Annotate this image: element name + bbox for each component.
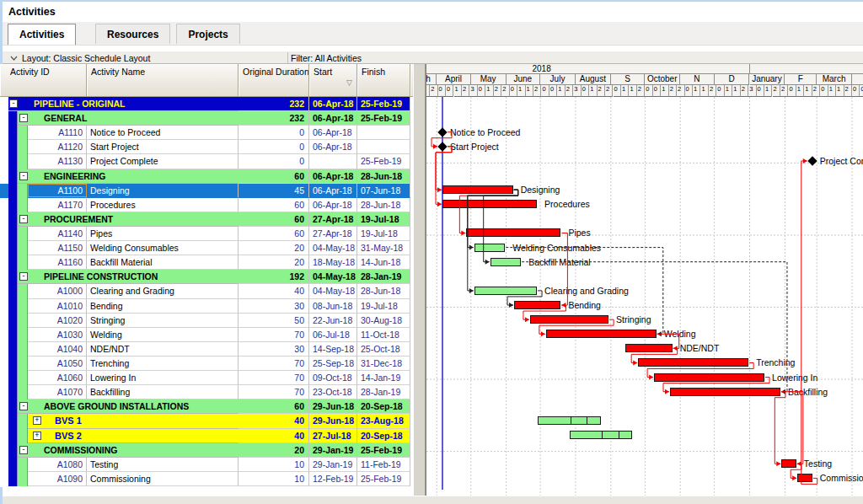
gantt-bar[interactable]	[474, 244, 505, 252]
column-header-start[interactable]: Start▽	[309, 64, 357, 97]
cell-finish[interactable]: 25-Oct-18	[357, 342, 410, 357]
gantt-bar[interactable]	[625, 344, 672, 352]
cell-activity-name[interactable]: Procedures	[87, 198, 239, 212]
cell-activity-name[interactable]: Bending	[87, 299, 239, 314]
cell-activity-id[interactable]: A1070	[28, 385, 87, 399]
table-row[interactable]: PROCUREMENT6027-Apr-1819-Jul-18-	[0, 212, 413, 227]
gantt-milestone[interactable]	[807, 156, 817, 165]
table-row[interactable]: A1020Stringing5022-Jun-1830-Aug-18	[0, 314, 413, 328]
cell-activity-name[interactable]: Project Complete	[87, 154, 239, 169]
cell-finish[interactable]: 28-Jun-18	[357, 169, 410, 184]
tab-activities[interactable]: Activities	[8, 24, 76, 45]
column-header-original-duration[interactable]: Original Duration	[239, 64, 309, 97]
table-row[interactable]: A1070Backfilling7023-Oct-1828-Jan-19	[0, 385, 413, 399]
cell-activity-name[interactable]: Lowering In	[87, 371, 239, 385]
cell-finish[interactable]: 19-Jul-18	[357, 227, 410, 241]
cell-activity-name[interactable]: Welding	[87, 328, 239, 342]
cell-start[interactable]: 12-Feb-19	[309, 472, 357, 486]
cell-finish[interactable]: 25-Feb-19	[357, 472, 410, 486]
gantt-bar[interactable]	[654, 373, 764, 382]
cell-dur[interactable]: 70	[239, 371, 309, 385]
table-row[interactable]: A1040NDE/NDT3014-Sep-1825-Oct-18	[0, 342, 413, 357]
cell-start[interactable]: 06-Apr-18	[309, 184, 357, 198]
cell-finish[interactable]: 25-Feb-19	[357, 97, 410, 111]
cell-activity-id[interactable]: A1080	[28, 458, 87, 472]
cell-finish[interactable]: 23-Aug-18	[357, 414, 410, 428]
cell-start[interactable]: 25-Sep-18	[309, 357, 357, 371]
cell-activity-id[interactable]: A1010	[28, 299, 87, 314]
cell-finish[interactable]: 28-Jan-19	[357, 270, 410, 284]
cell-dur[interactable]: 60	[239, 169, 309, 184]
cell-finish[interactable]: 19-Jul-18	[357, 299, 410, 314]
table-row[interactable]: A1000Clearing and Grading4004-May-1828-J…	[0, 284, 413, 298]
cell-start[interactable]: 18-May-18	[309, 255, 357, 270]
cell-activity-id[interactable]: A1130	[28, 154, 87, 169]
cell-dur[interactable]: 232	[239, 97, 309, 111]
table-row[interactable]: A1100Designing4506-Apr-1807-Jun-18	[0, 184, 413, 198]
cell-dur[interactable]: 0	[239, 140, 309, 154]
gantt-bar[interactable]	[490, 258, 521, 266]
gantt-bar[interactable]	[514, 301, 560, 309]
layout-chevron-icon[interactable]	[10, 56, 18, 61]
cell-finish[interactable]: 14-Jun-18	[357, 255, 410, 270]
cell-dur[interactable]: 50	[239, 314, 309, 328]
cell-start[interactable]: 27-Jul-18	[309, 429, 357, 443]
cell-start[interactable]: 14-Sep-18	[309, 342, 357, 357]
cell-dur[interactable]: 10	[239, 472, 309, 486]
gantt-bar[interactable]	[781, 459, 796, 468]
cell-dur[interactable]: 40	[239, 429, 309, 443]
cell-activity-name[interactable]: Designing	[87, 184, 239, 198]
cell-activity-name[interactable]: Stringing	[87, 314, 239, 328]
gantt-milestone[interactable]	[437, 127, 447, 137]
pane-splitter[interactable]	[413, 64, 426, 504]
cell-start[interactable]: 27-Apr-18	[309, 227, 357, 241]
column-header-finish[interactable]: Finish	[357, 64, 410, 97]
cell-finish[interactable]: 20-Sep-18	[357, 429, 410, 443]
column-header-activity-id[interactable]: Activity ID	[0, 64, 87, 97]
cell-start[interactable]	[309, 154, 357, 169]
cell-activity-id[interactable]: A1160	[28, 255, 87, 270]
cell-activity-id[interactable]: A1060	[28, 371, 87, 385]
cell-start[interactable]: 06-Apr-18	[309, 169, 357, 184]
cell-activity-id[interactable]: A1150	[28, 241, 87, 255]
layout-label[interactable]: Layout: Classic Schedule Layout	[22, 53, 150, 63]
cell-dur[interactable]: 10	[239, 458, 309, 472]
cell-finish[interactable]: 19-Jul-18	[357, 212, 410, 227]
table-row[interactable]: ENGINEERING6006-Apr-1828-Jun-18-	[0, 169, 413, 184]
collapse-toggle[interactable]: -	[19, 172, 28, 180]
collapse-toggle[interactable]: +	[33, 432, 41, 440]
cell-activity-name[interactable]: Notice to Proceed	[87, 126, 239, 140]
table-row[interactable]: A1010Bending3008-Jun-1819-Jul-18	[0, 299, 413, 314]
cell-dur[interactable]: 60	[239, 212, 309, 227]
cell-start[interactable]: 04-May-18	[309, 270, 357, 284]
collapse-toggle[interactable]: -	[19, 272, 28, 281]
gantt-bar[interactable]	[638, 358, 748, 367]
table-row[interactable]: PIPELINE - ORIGINAL23206-Apr-1825-Feb-19…	[0, 97, 413, 111]
cell-dur[interactable]: 192	[239, 270, 309, 284]
cell-start[interactable]: 06-Jul-18	[309, 328, 357, 342]
cell-finish[interactable]: 25-Feb-19	[357, 111, 410, 126]
cell-activity-id[interactable]: A1170	[28, 198, 87, 212]
gantt-bar[interactable]	[538, 416, 600, 425]
cell-start[interactable]: 29-Jan-19	[309, 458, 357, 472]
cell-activity-id[interactable]: A1040	[28, 342, 87, 357]
collapse-toggle[interactable]: -	[9, 99, 18, 108]
cell-dur[interactable]: 45	[239, 184, 309, 198]
gantt-bar[interactable]	[442, 200, 537, 208]
gantt-bar[interactable]	[670, 388, 780, 396]
cell-start[interactable]: 08-Jun-18	[309, 299, 357, 314]
table-row[interactable]: A1120Start Project006-Apr-18	[0, 140, 413, 154]
cell-finish[interactable]: 20-Sep-18	[357, 399, 410, 414]
cell-dur[interactable]: 20	[239, 443, 309, 458]
table-row[interactable]: A1080Testing1029-Jan-1911-Feb-19	[0, 458, 413, 472]
gantt-bar[interactable]	[530, 315, 608, 324]
cell-start[interactable]: 06-Apr-18	[309, 111, 357, 126]
gantt-bar[interactable]	[442, 185, 513, 194]
cell-activity-name[interactable]: Start Project	[87, 140, 239, 154]
cell-finish[interactable]: 31-Dec-18	[357, 357, 410, 371]
cell-finish[interactable]: 28-Jun-18	[357, 284, 410, 298]
cell-start[interactable]: 27-Apr-18	[309, 212, 357, 227]
cell-start[interactable]: 29-Jan-19	[309, 443, 357, 458]
cell-dur[interactable]: 60	[239, 227, 309, 241]
cell-activity-name[interactable]: Pipes	[87, 227, 239, 241]
